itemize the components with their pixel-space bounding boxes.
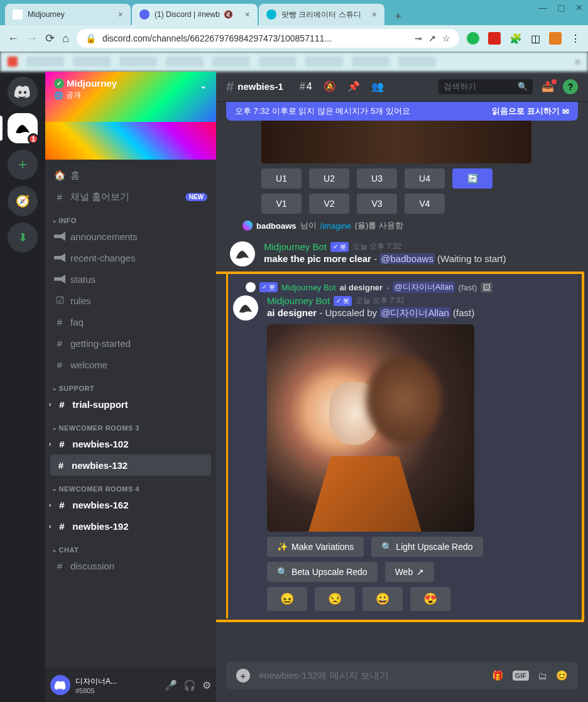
mic-mute-icon[interactable]: 🎤 — [165, 679, 177, 691]
headphones-icon[interactable]: 🎧 — [183, 679, 196, 691]
command-used-line: badboaws 님이 /imagine (을)를 사용함 — [242, 220, 578, 231]
channel-getting-started[interactable]: #getting-started — [45, 332, 216, 354]
chevron-right-icon: › — [49, 401, 51, 408]
category-newcomer-3[interactable]: ⌄NEWCOMER ROOMS 3 — [45, 415, 216, 433]
channel-trial-support[interactable]: ›#trial-support — [45, 393, 216, 415]
reload-button[interactable]: ⟳ — [45, 31, 55, 45]
user-mention[interactable]: @badboaws — [379, 253, 435, 264]
browser-tab-midjourney[interactable]: Midjourney × — [5, 4, 131, 25]
inbox-icon[interactable]: 📥 — [542, 80, 554, 92]
close-icon[interactable]: ✕ — [575, 3, 583, 13]
tab-favicon-icon — [13, 9, 23, 19]
chevron-down-icon: ⌄ — [52, 424, 58, 432]
command-name[interactable]: /imagine — [320, 221, 351, 231]
menu-icon[interactable]: ⋮ — [570, 33, 580, 45]
profile-avatar[interactable] — [549, 32, 562, 45]
notification-mute-icon[interactable]: 🔕 — [324, 80, 336, 92]
user-info[interactable]: 디자이너A... #5805 — [75, 676, 160, 694]
chevron-down-icon[interactable]: ⌄ — [199, 79, 207, 91]
close-icon[interactable]: × — [372, 9, 377, 19]
extensions-icon[interactable]: 🧩 — [509, 33, 522, 45]
chevron-down-icon: ⌄ — [52, 216, 58, 224]
discord-home-button[interactable] — [8, 77, 38, 107]
bot-avatar[interactable] — [230, 241, 255, 266]
channel-status[interactable]: status — [45, 268, 216, 290]
star-icon[interactable]: ☆ — [442, 33, 450, 43]
image-attachment-prev[interactable] — [261, 121, 531, 163]
category-support[interactable]: ⌄SUPPORT — [45, 375, 216, 393]
channel-discussion[interactable]: #discussion — [45, 555, 216, 576]
new-tab-button[interactable]: + — [389, 8, 407, 25]
variation-v1-button[interactable]: V1 — [261, 194, 302, 214]
sidebar-explore[interactable]: # 채널 훑어보기 NEW — [45, 186, 216, 207]
browser-tab-discord[interactable]: (1) Discord | #newb 🔇 × — [132, 4, 258, 25]
upscale-u3-button[interactable]: U3 — [357, 168, 397, 189]
home-button[interactable]: ⌂ — [62, 32, 69, 45]
channel-rules[interactable]: ☑rules — [45, 290, 216, 311]
gif-button[interactable]: GIF — [513, 671, 529, 681]
sidepanel-icon[interactable]: ◫ — [531, 33, 540, 45]
category-newcomer-4[interactable]: ⌄NEWCOMER ROOMS 4 — [45, 476, 216, 494]
pdf-icon[interactable] — [488, 32, 501, 45]
variation-v3-button[interactable]: V3 — [357, 194, 397, 214]
tab-audio-icon[interactable]: 🔇 — [224, 10, 233, 19]
channel-faq[interactable]: #faq — [45, 311, 216, 332]
discord-app: 1 + 🧭 ⬇ ✓ Midjourney 🌐 공개 ⌄ 🏠 홈 # — [0, 72, 588, 702]
unread-banner[interactable]: 오후 7:32 이후로 읽지 않은 메시지가 5개 있어요 읽음으로 표시하기 … — [226, 102, 578, 121]
back-button[interactable]: ← — [8, 32, 19, 45]
main-content: # newbies-1 #4 🔕 📌 👥 검색하기 🔍 📥 ? 오후 7:32 … — [216, 72, 588, 702]
globe-icon: 🌐 — [54, 91, 63, 100]
forward-button[interactable]: → — [26, 32, 38, 45]
close-icon[interactable]: × — [118, 9, 123, 19]
gift-icon[interactable]: 🎁 — [492, 670, 504, 681]
address-bar[interactable]: 🔒 discord.com/channels/66226797698429747… — [77, 29, 459, 48]
help-button[interactable]: ? — [563, 79, 578, 94]
hash-icon: # — [54, 317, 65, 327]
search-input[interactable]: 검색하기 🔍 — [438, 79, 533, 94]
message-list[interactable]: U1 U2 U3 U4 🔄 V1 V2 V3 V4 badboaws 님이 /i… — [216, 121, 588, 654]
channel-newbies-162[interactable]: ›#newbies-162 — [45, 494, 216, 515]
reply-username[interactable]: badboaws — [256, 221, 297, 231]
variation-v4-button[interactable]: V4 — [405, 194, 445, 214]
upscale-u1-button[interactable]: U1 — [261, 168, 302, 189]
bot-name[interactable]: Midjourney Bot — [264, 241, 327, 252]
sidebar-home[interactable]: 🏠 홈 — [45, 165, 216, 186]
generated-image[interactable] — [267, 324, 474, 532]
minimize-icon[interactable]: — — [538, 3, 547, 13]
gear-icon[interactable]: ⚙ — [202, 679, 211, 691]
key-icon[interactable]: ⊸ — [415, 33, 422, 43]
channel-newbies-102[interactable]: ›#newbies-102 — [45, 433, 216, 454]
category-info[interactable]: ⌄INFO — [45, 207, 216, 226]
attachment-button[interactable]: + — [236, 669, 250, 683]
mark-read-button[interactable]: 읽음으로 표시하기 ✉ — [492, 106, 569, 117]
category-chat[interactable]: ⌄CHAT — [45, 537, 216, 555]
server-midjourney[interactable]: 1 — [8, 113, 38, 143]
upscale-u2-button[interactable]: U2 — [309, 168, 349, 189]
explore-servers-button[interactable]: 🧭 — [8, 186, 38, 216]
pin-icon[interactable]: 📌 — [347, 80, 360, 92]
channel-welcome[interactable]: #welcome — [45, 354, 216, 375]
shazam-icon[interactable] — [467, 32, 479, 45]
upscale-u4-button[interactable]: U4 — [405, 168, 445, 189]
channel-announcements[interactable]: announcements — [45, 226, 216, 247]
share-icon[interactable]: ↗ — [428, 33, 436, 43]
threads-icon[interactable]: #4 — [300, 81, 312, 92]
channel-newbies-132[interactable]: #newbies-132 — [50, 454, 211, 476]
maximize-icon[interactable]: ▢ — [557, 3, 565, 13]
reroll-button[interactable]: 🔄 — [452, 168, 493, 189]
channel-list[interactable]: 🏠 홈 # 채널 훑어보기 NEW ⌄INFO announcements re… — [45, 160, 216, 668]
variation-v2-button[interactable]: V2 — [309, 194, 349, 214]
close-icon[interactable]: × — [245, 9, 250, 19]
members-icon[interactable]: 👥 — [371, 80, 384, 92]
download-apps-button[interactable]: ⬇ — [8, 222, 38, 253]
server-header[interactable]: ✓ Midjourney 🌐 공개 ⌄ — [45, 72, 216, 122]
channel-recent-changes[interactable]: recent-changes — [45, 247, 216, 268]
channel-newbies-192[interactable]: ›#newbies-192 — [45, 515, 216, 537]
user-avatar[interactable] — [50, 675, 70, 695]
message-input[interactable]: + #newbies-132에 메시지 보내기 🎁 GIF 🗂 😊 — [226, 662, 578, 689]
bookmarks-overflow-icon[interactable]: » — [575, 56, 580, 67]
add-server-button[interactable]: + — [8, 150, 38, 180]
sticker-icon[interactable]: 🗂 — [538, 671, 547, 681]
browser-tab-podbbang[interactable]: 팟빵 크리에이터 스튜디 × — [259, 4, 384, 25]
emoji-picker-icon[interactable]: 😊 — [556, 670, 568, 681]
